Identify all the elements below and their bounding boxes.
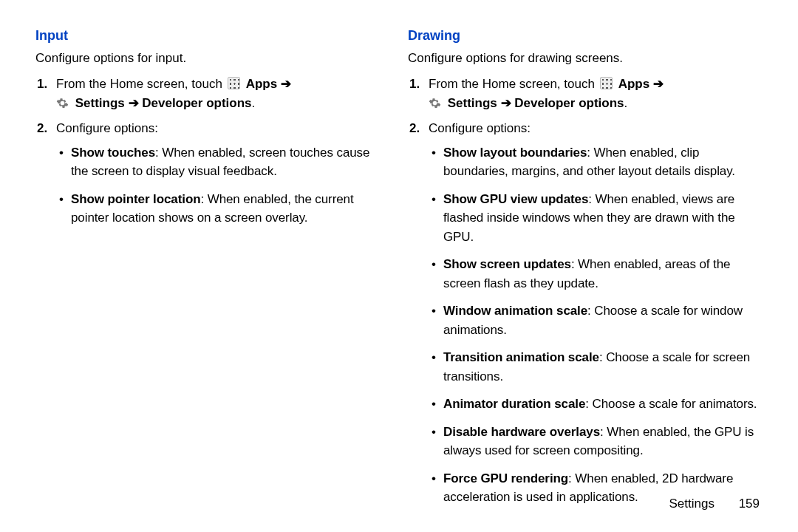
period: . (624, 96, 628, 110)
bullet-title: Window animation scale (443, 304, 587, 318)
settings-label: Settings (444, 96, 501, 110)
devopts-label: Developer options (139, 96, 252, 110)
list-item: Show screen updates: When enabled, areas… (443, 255, 763, 293)
period: . (252, 96, 256, 110)
list-item: Transition animation scale: Choose a sca… (443, 348, 763, 386)
list-item: Show pointer location: When enabled, the… (71, 190, 390, 228)
bullet-desc: : Choose a scale for animators. (585, 397, 757, 411)
bullet-list: Show touches: When enabled, screen touch… (56, 143, 390, 228)
apps-label: Apps (615, 77, 653, 91)
intro-text: Configure options for input. (35, 50, 390, 67)
gear-icon (56, 96, 69, 109)
list-item: Animator duration scale: Choose a scale … (443, 395, 763, 414)
list-item: Show layout boundaries: When enabled, cl… (443, 143, 763, 181)
step-2: Configure options: Show touches: When en… (56, 119, 390, 227)
list-item: Show touches: When enabled, screen touch… (71, 143, 390, 181)
gear-icon (429, 96, 441, 109)
bullet-title: Force GPU rendering (443, 471, 568, 485)
bullet-title: Transition animation scale (443, 350, 599, 364)
devopts-label: Developer options (511, 96, 624, 110)
intro-text: Configure options for drawing screens. (408, 50, 763, 67)
arrow-icon: ➔ (129, 96, 139, 110)
page-footer: Settings 159 (669, 497, 760, 511)
list-item: Show GPU view updates: When enabled, vie… (443, 190, 763, 247)
step-lead: From the Home screen, touch (56, 77, 226, 91)
list-item: Disable hardware overlays: When enabled,… (443, 423, 763, 460)
arrow-icon: ➔ (281, 77, 291, 91)
step-2: Configure options: Show layout boundarie… (429, 119, 763, 506)
step-1: From the Home screen, touch Apps ➔ Setti… (429, 75, 763, 114)
apps-icon (600, 77, 613, 89)
bullet-title: Show layout boundaries (443, 146, 587, 160)
list-item: Window animation scale: Choose a scale f… (443, 301, 763, 339)
manual-page: Input Configure options for input. From … (0, 0, 798, 516)
apps-label: Apps (243, 77, 281, 91)
step-lead: From the Home screen, touch (429, 77, 598, 91)
arrow-icon: ➔ (653, 77, 664, 91)
bullet-title: Show screen updates (443, 257, 571, 271)
left-column: Input Configure options for input. From … (35, 28, 399, 516)
bullet-title: Show GPU view updates (443, 192, 588, 206)
step-text: Configure options: (429, 121, 531, 135)
right-column: Drawing Configure options for drawing sc… (399, 28, 763, 516)
bullet-title: Animator duration scale (443, 397, 585, 411)
section-heading-input: Input (35, 28, 390, 44)
step-text: Configure options: (56, 121, 158, 135)
bullet-list: Show layout boundaries: When enabled, cl… (429, 143, 763, 507)
steps-list: From the Home screen, touch Apps ➔ Setti… (35, 75, 390, 228)
footer-page-number: 159 (739, 497, 760, 511)
footer-section: Settings (669, 497, 714, 511)
arrow-icon: ➔ (501, 96, 511, 110)
bullet-title: Show touches (71, 146, 155, 160)
steps-list: From the Home screen, touch Apps ➔ Setti… (408, 75, 763, 507)
settings-label: Settings (72, 96, 129, 110)
apps-icon (228, 77, 240, 89)
step-1: From the Home screen, touch Apps ➔ Setti… (56, 75, 390, 114)
bullet-title: Show pointer location (71, 192, 200, 206)
bullet-title: Disable hardware overlays (443, 425, 600, 439)
section-heading-drawing: Drawing (408, 28, 763, 44)
